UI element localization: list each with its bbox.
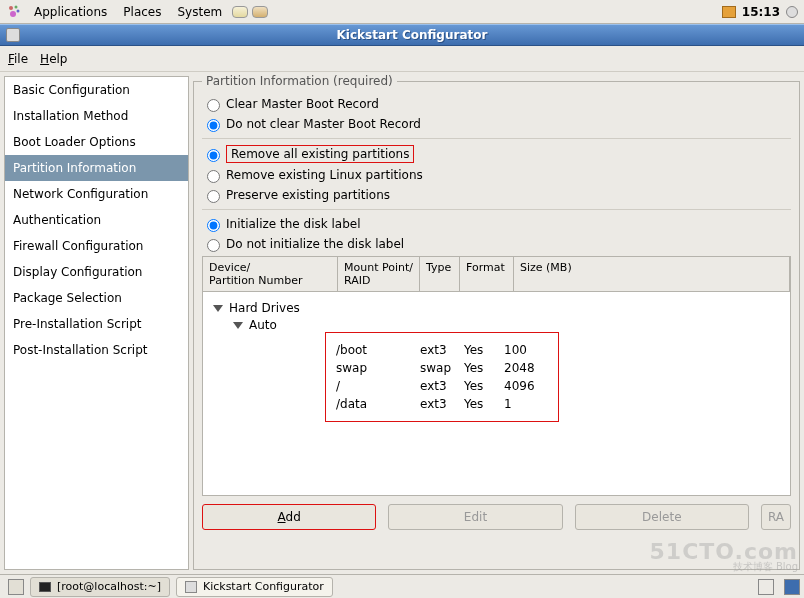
radio-clear-mbr[interactable] — [207, 99, 220, 112]
sidebar-item-pre-script[interactable]: Pre-Installation Script — [5, 311, 188, 337]
gnome-top-panel: Applications Places System 15:13 — [0, 0, 804, 24]
sidebar-item-display[interactable]: Display Configuration — [5, 259, 188, 285]
gnome-bottom-panel: [root@localhost:~] Kickstart Configurato… — [0, 574, 804, 598]
partition-rows-box: /bootext3Yes100 swapswapYes2048 /ext3Yes… — [325, 332, 559, 422]
add-button[interactable]: Add — [202, 504, 376, 530]
menu-applications[interactable]: Applications — [34, 5, 107, 19]
menu-file[interactable]: File — [8, 52, 28, 66]
svg-point-1 — [15, 5, 18, 8]
gnome-foot-icon — [6, 4, 22, 20]
window-titlebar[interactable]: Kickstart Configurator — [0, 24, 804, 46]
table-row[interactable]: swapswapYes2048 — [336, 361, 548, 375]
sidebar-item-partition[interactable]: Partition Information — [5, 155, 188, 181]
raid-button[interactable]: RA — [761, 504, 791, 530]
th-type[interactable]: Type — [420, 257, 460, 291]
sidebar-item-basic[interactable]: Basic Configuration — [5, 77, 188, 103]
window-title: Kickstart Configurator — [26, 28, 798, 42]
radio-remove-linux[interactable] — [207, 170, 220, 183]
tree-hard-drives[interactable]: Hard Drives — [229, 301, 300, 315]
label-noinit-disklabel: Do not initialize the disk label — [226, 237, 404, 251]
th-size[interactable]: Size (MB) — [514, 257, 790, 291]
label-noclear-mbr: Do not clear Master Boot Record — [226, 117, 421, 131]
sidebar-item-install-method[interactable]: Installation Method — [5, 103, 188, 129]
taskbar-kickstart[interactable]: Kickstart Configurator — [176, 577, 333, 597]
sidebar-item-auth[interactable]: Authentication — [5, 207, 188, 233]
partition-table: Device/ Partition Number Mount Point/ RA… — [202, 256, 791, 496]
menu-places[interactable]: Places — [123, 5, 161, 19]
show-desktop-icon[interactable] — [8, 579, 24, 595]
taskbar-terminal[interactable]: [root@localhost:~] — [30, 577, 170, 597]
sidebar-item-bootloader[interactable]: Boot Loader Options — [5, 129, 188, 155]
radio-init-disklabel[interactable] — [207, 219, 220, 232]
label-remove-linux: Remove existing Linux partitions — [226, 168, 423, 182]
fieldset-legend: Partition Information (required) — [202, 74, 397, 88]
workspace-switcher-1[interactable] — [758, 579, 774, 595]
partition-fieldset: Partition Information (required) Clear M… — [193, 74, 800, 570]
menu-help[interactable]: Help — [40, 52, 67, 66]
table-body[interactable]: Hard Drives Auto /bootext3Yes100 swapswa… — [203, 292, 790, 495]
watermark-sub: 技术博客 Blog — [733, 560, 798, 574]
table-header: Device/ Partition Number Mount Point/ RA… — [203, 257, 790, 292]
launcher-icon-1[interactable] — [232, 6, 248, 18]
chevron-down-icon[interactable] — [233, 322, 243, 329]
workspace-switcher-2[interactable] — [784, 579, 800, 595]
label-init-disklabel: Initialize the disk label — [226, 217, 361, 231]
sidebar-item-post-script[interactable]: Post-Installation Script — [5, 337, 188, 363]
tree-auto[interactable]: Auto — [249, 318, 277, 332]
edit-button[interactable]: Edit — [388, 504, 562, 530]
label-remove-all: Remove all existing partitions — [226, 145, 414, 163]
update-icon[interactable] — [722, 6, 736, 18]
sidebar-item-firewall[interactable]: Firewall Configuration — [5, 233, 188, 259]
launcher-icon-2[interactable] — [252, 6, 268, 18]
delete-button[interactable]: Delete — [575, 504, 749, 530]
sidebar-item-packages[interactable]: Package Selection — [5, 285, 188, 311]
window-app-icon — [6, 28, 20, 42]
th-format[interactable]: Format — [460, 257, 514, 291]
radio-preserve[interactable] — [207, 190, 220, 203]
table-row[interactable]: /bootext3Yes100 — [336, 343, 548, 357]
app-menubar: File Help — [0, 46, 804, 72]
table-row[interactable]: /dataext3Yes1 — [336, 397, 548, 411]
radio-noinit-disklabel[interactable] — [207, 239, 220, 252]
terminal-icon — [39, 582, 51, 592]
label-preserve: Preserve existing partitions — [226, 188, 390, 202]
table-row[interactable]: /ext3Yes4096 — [336, 379, 548, 393]
label-clear-mbr: Clear Master Boot Record — [226, 97, 379, 111]
menu-system[interactable]: System — [177, 5, 222, 19]
th-mount[interactable]: Mount Point/ RAID — [338, 257, 420, 291]
svg-point-3 — [10, 11, 16, 17]
svg-point-2 — [17, 9, 20, 12]
chevron-down-icon[interactable] — [213, 305, 223, 312]
app-icon — [185, 581, 197, 593]
sidebar: Basic Configuration Installation Method … — [4, 76, 189, 570]
th-device[interactable]: Device/ Partition Number — [203, 257, 338, 291]
radio-remove-all[interactable] — [207, 149, 220, 162]
sound-icon[interactable] — [786, 6, 798, 18]
radio-noclear-mbr[interactable] — [207, 119, 220, 132]
sidebar-item-network[interactable]: Network Configuration — [5, 181, 188, 207]
clock[interactable]: 15:13 — [742, 5, 780, 19]
svg-point-0 — [9, 6, 13, 10]
